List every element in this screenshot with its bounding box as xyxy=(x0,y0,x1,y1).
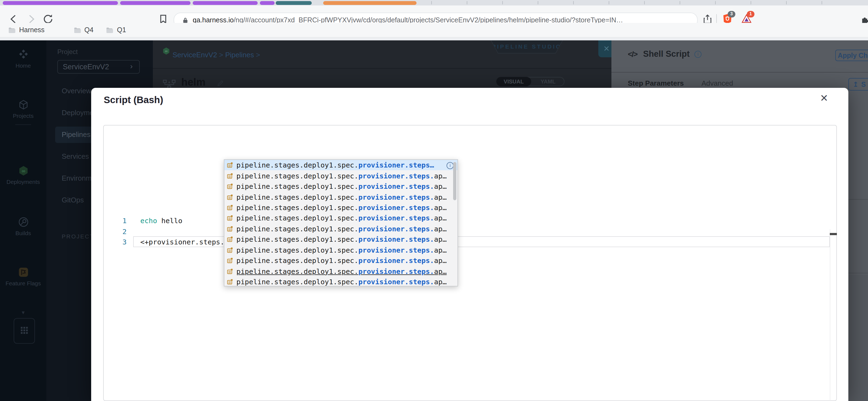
bookmark-item-harness[interactable]: Harness xyxy=(8,26,44,34)
deployments-icon: ∞ xyxy=(18,165,29,176)
cube-icon xyxy=(18,99,29,110)
bookmark-item-q1[interactable]: Q1 xyxy=(105,26,126,34)
suggestion-item[interactable]: pipeline.stages.deploy1.spec.provisioner… xyxy=(224,160,458,170)
rail-scroll-more-icon[interactable]: ▼ xyxy=(0,310,46,315)
tab-step-parameters[interactable]: Step Parameters xyxy=(628,79,684,87)
tab-group-segment[interactable] xyxy=(193,1,258,5)
sidebar-item-label: Builds xyxy=(0,230,46,236)
module-picker-button[interactable] xyxy=(14,318,35,344)
suggestion-item[interactable]: pipeline.stages.deploy1.spec.provisioner… xyxy=(224,224,458,234)
code-brackets-icon: </> xyxy=(628,49,637,58)
bookmark-item-q4[interactable]: Q4 xyxy=(73,26,93,34)
module-rail: Home Projects ∞ Deployments Builds xyxy=(0,40,46,401)
info-icon[interactable]: i xyxy=(694,51,702,58)
sidebar-item-feature-flags[interactable]: Feature Flags xyxy=(0,267,46,287)
tab-separator xyxy=(680,1,680,4)
autocomplete-dropdown: pipeline.stages.deploy1.spec.provisioner… xyxy=(224,159,458,287)
builds-icon xyxy=(18,216,29,228)
modal-close-icon[interactable]: ✕ xyxy=(820,92,828,104)
code-token-echo: echo xyxy=(140,216,157,225)
line-number: 1 xyxy=(104,215,127,226)
folder-icon xyxy=(73,27,81,34)
sidebar-item-label: Projects xyxy=(0,112,46,119)
tab-separator xyxy=(822,1,822,4)
grid-icon xyxy=(20,326,29,335)
sidebar-item-projects[interactable]: Projects xyxy=(0,99,46,119)
sidebar-item-builds[interactable]: Builds xyxy=(0,216,46,236)
pipeline-studio-badge: PIPELINE STUDIO xyxy=(491,40,563,54)
home-icon xyxy=(18,49,29,60)
tab-separator xyxy=(786,1,787,4)
suggestion-item[interactable]: pipeline.stages.deploy1.spec.provisioner… xyxy=(224,202,458,213)
chrome-page-gap xyxy=(0,38,868,40)
script-code-editor[interactable]: 1 echo hello 2 3 <+provisioner.steps. xyxy=(103,125,837,401)
sidebar-item-label: Home xyxy=(0,62,46,69)
suggestion-item[interactable]: pipeline.stages.deploy1.spec.provisioner… xyxy=(224,266,458,277)
field-icon xyxy=(227,268,233,274)
tab-group-segment[interactable] xyxy=(276,1,312,5)
suggestion-item[interactable]: pipeline.stages.deploy1.spec.provisioner… xyxy=(224,192,458,202)
script-modal: Script (Bash) ✕ 1 echo hello 2 3 <+provi… xyxy=(91,88,848,401)
visual-yaml-toggle[interactable]: VISUAL YAML xyxy=(496,77,564,86)
sidebar-item-deployments[interactable]: ∞ Deployments xyxy=(0,165,46,185)
project-select-value: ServiceEnvV2 xyxy=(63,63,109,71)
toggle-yaml[interactable]: YAML xyxy=(531,77,565,86)
field-icon xyxy=(227,236,233,242)
suggestion-item[interactable]: pipeline.stages.deploy1.spec.provisioner… xyxy=(224,213,458,224)
bookmark-label: Q1 xyxy=(117,26,126,34)
rail-divider xyxy=(15,124,31,125)
bookmark-label: Harness xyxy=(19,26,44,34)
pipeline-title: helm xyxy=(181,76,206,89)
browser-toolbar: qa.harness.io/ng/#/account/px7xd_BFRCi-p… xyxy=(0,5,868,23)
breadcrumb: ServiceEnvV2 > Pipelines > xyxy=(173,51,260,59)
tab-separator xyxy=(573,1,574,4)
tab-separator xyxy=(751,1,751,4)
info-icon[interactable]: i xyxy=(446,162,454,169)
tab-group-segment[interactable] xyxy=(3,1,118,5)
toggle-visual[interactable]: VISUAL xyxy=(496,77,531,86)
suggestion-item[interactable]: pipeline.stages.deploy1.spec.provisioner… xyxy=(224,277,458,287)
brave-badge: 3 xyxy=(728,11,735,18)
tab-group-segment[interactable] xyxy=(120,1,190,5)
panel-divider xyxy=(612,72,868,73)
suggestion-item[interactable]: pipeline.stages.deploy1.spec.provisioner… xyxy=(224,181,458,192)
code-token-hello: hello xyxy=(157,216,182,225)
suggestion-item[interactable]: pipeline.stages.deploy1.spec.provisioner… xyxy=(224,170,458,181)
suggestion-item[interactable]: pipeline.stages.deploy1.spec.provisioner… xyxy=(224,234,458,245)
apply-changes-button[interactable]: Apply Ch xyxy=(835,49,868,61)
toolbar-divider xyxy=(716,14,717,24)
breadcrumb-link-project[interactable]: ServiceEnvV2 xyxy=(173,51,217,59)
line-number: 2 xyxy=(104,226,127,237)
project-select[interactable]: ServiceEnvV2 › xyxy=(57,60,140,74)
tab-group-segment[interactable] xyxy=(260,1,275,5)
line-number: 3 xyxy=(104,237,127,248)
tab-group-segment[interactable] xyxy=(323,1,416,5)
dropdown-scrollbar[interactable] xyxy=(453,162,456,200)
tab-separator xyxy=(467,1,467,4)
svg-text:∞: ∞ xyxy=(165,49,167,53)
panel-title: Shell Script xyxy=(643,49,690,59)
field-icon xyxy=(227,183,233,189)
breadcrumb-project-icon: ∞ xyxy=(162,46,170,56)
edit-pencil-icon[interactable] xyxy=(216,79,224,87)
tab-separator xyxy=(715,1,716,4)
apply-changes-label: Apply Ch xyxy=(838,52,868,59)
editor-scrollbar-gutter xyxy=(830,229,830,401)
feature-flags-icon xyxy=(18,267,29,278)
suggestion-item[interactable]: pipeline.stages.deploy1.spec.provisioner… xyxy=(224,255,458,266)
overview-ruler-mark xyxy=(830,233,837,235)
tab-separator xyxy=(502,1,503,4)
sidebar-item-home[interactable]: Home xyxy=(0,49,46,69)
breadcrumb-link-pipelines[interactable]: Pipelines xyxy=(225,51,254,59)
tab-advanced[interactable]: Advanced xyxy=(702,79,733,87)
tab-separator xyxy=(538,1,538,4)
sidebar-item-label: Feature Flags xyxy=(0,280,46,287)
bat-badge: 1 xyxy=(747,11,754,18)
field-icon xyxy=(227,205,233,210)
browser-tab-strip[interactable] xyxy=(0,0,868,5)
tab-separator xyxy=(644,1,645,4)
folder-icon xyxy=(105,27,114,34)
save-template-button[interactable]: ↥S xyxy=(848,78,868,91)
suggestion-item[interactable]: pipeline.stages.deploy1.spec.provisioner… xyxy=(224,245,458,255)
project-section-label: Project xyxy=(57,48,78,56)
